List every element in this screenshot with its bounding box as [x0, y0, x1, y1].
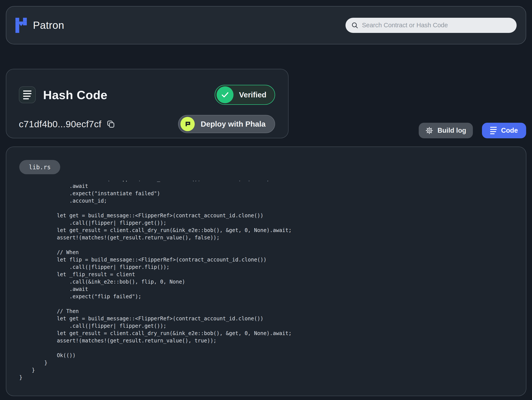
code-scroll-area[interactable]: .instantiate("flipper", &ink_e2e::alice(… [19, 181, 513, 385]
search-icon [351, 22, 359, 29]
text-lines-icon [23, 90, 32, 99]
code-button[interactable]: Code [482, 123, 526, 138]
copy-icon [106, 119, 115, 129]
hash-value: c71df4b0...90ecf7cf [19, 119, 101, 129]
page-title: Hash Code [43, 88, 108, 102]
code-label: Code [501, 127, 518, 134]
build-log-button[interactable]: Build log [419, 123, 473, 138]
brand[interactable]: Patron [15, 18, 64, 33]
file-tab-label: lib.rs [29, 164, 51, 171]
phala-logo-icon [180, 117, 195, 131]
deploy-label: Deploy with Phala [201, 120, 266, 128]
verified-badge: Verified [215, 85, 275, 105]
check-icon [221, 90, 230, 99]
source-lines-icon-button[interactable] [19, 86, 36, 103]
brand-name: Patron [33, 19, 64, 31]
hash-code-card: Hash Code Verified c71df4b0...90ecf7cf [6, 69, 289, 138]
search-input[interactable] [361, 21, 511, 29]
hash-card-title-row: Hash Code Verified [19, 85, 275, 105]
source-code: .instantiate("flipper", &ink_e2e::alice(… [19, 181, 513, 381]
deploy-with-phala-button[interactable]: Deploy with Phala [178, 115, 275, 133]
page: Patron Hash Code [0, 0, 532, 400]
hash-card-value-row: c71df4b0...90ecf7cf Deploy with [19, 115, 275, 133]
file-tab-librs[interactable]: lib.rs [19, 160, 60, 174]
gear-icon [425, 127, 433, 134]
code-lines-icon [490, 127, 497, 134]
view-actions: Build log Code [419, 123, 526, 138]
search-bar[interactable] [346, 18, 517, 33]
copy-button[interactable] [106, 119, 115, 129]
build-log-label: Build log [437, 127, 466, 134]
check-circle-icon [217, 86, 234, 103]
header: Patron [6, 6, 526, 44]
verified-label: Verified [239, 90, 266, 99]
hash-row: Hash Code Verified c71df4b0...90ecf7cf [6, 69, 526, 138]
patron-logo-icon [15, 18, 27, 33]
code-viewer-card: lib.rs .instantiate("flipper", &ink_e2e:… [6, 147, 526, 396]
